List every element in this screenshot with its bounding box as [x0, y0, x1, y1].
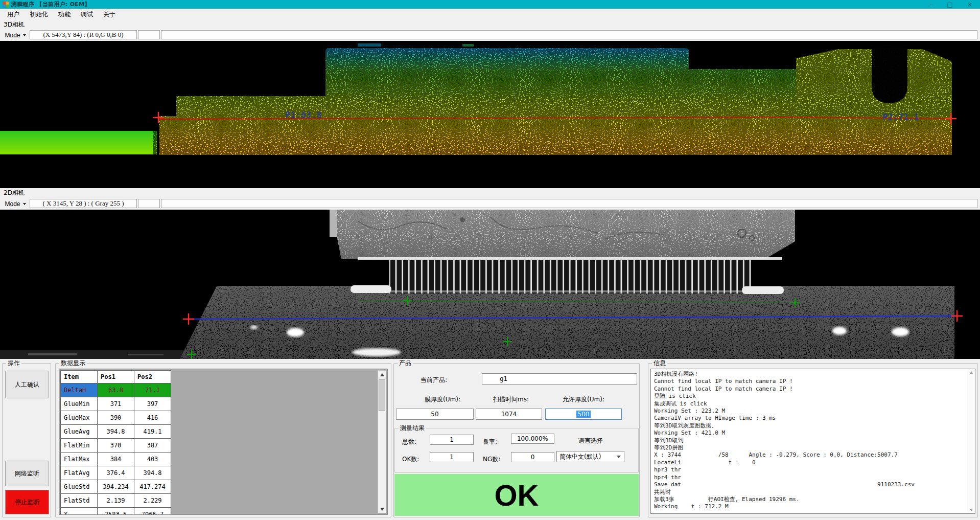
log-scrollbar[interactable]	[967, 369, 975, 513]
product-groupbox: 产品 当前产品: g1 膜厚度(Um): 扫描时间ms: 允许厚度(Um): 5…	[393, 363, 640, 517]
info-title: 信息	[652, 359, 667, 368]
table-cell[interactable]: 394.8	[98, 425, 134, 439]
ok-count-field[interactable]: 1	[430, 452, 474, 462]
yield-field[interactable]: 100.000%	[511, 434, 554, 444]
column-header[interactable]: Pos2	[134, 371, 171, 383]
connector-pins	[389, 260, 751, 293]
film-thickness-field[interactable]: 50	[396, 409, 474, 420]
scan-time-label: 扫描时间ms:	[481, 395, 541, 404]
mode-dropdown-2d[interactable]: Mode	[1, 199, 30, 209]
table-cell[interactable]: 419.1	[134, 425, 171, 439]
table-scrollbar[interactable]	[378, 370, 386, 513]
data-display-groupbox: 数据显示 ItemPos1Pos2DeltaH63.871.1GlueMin37…	[55, 363, 391, 517]
table-cell[interactable]: 394.234	[98, 480, 134, 494]
table-cell[interactable]: FlatAvg	[61, 466, 98, 480]
table-cell[interactable]: 416	[134, 411, 171, 425]
table-cell[interactable]: X	[61, 508, 98, 515]
language-value: 简体中文(默认)	[559, 453, 601, 461]
log-line: Working t : 712.2 M	[654, 503, 966, 510]
language-dropdown[interactable]: 简体中文(默认)	[556, 451, 624, 462]
p2-annotation: P2:71.1	[882, 112, 919, 122]
table-cell[interactable]: GlueAvg	[61, 425, 98, 439]
table-cell[interactable]: 7966.7	[134, 508, 171, 515]
p1-annotation: P1:63.8	[285, 110, 322, 120]
chevron-down-icon	[23, 203, 26, 205]
scan-time-field[interactable]: 1074	[476, 409, 542, 420]
network-listen-button[interactable]: 网络监听	[5, 461, 49, 486]
stop-listen-button[interactable]: 停止监听	[5, 490, 49, 514]
table-row: X2583.57966.7	[61, 508, 171, 515]
menu-item-关于[interactable]: 关于	[98, 9, 121, 20]
camera2d-toolbar: Mode ( X 3145, Y 28 ) : ( Gray 255 )	[0, 198, 980, 210]
table-row: DeltaH63.871.1	[61, 383, 171, 397]
scroll-up-icon[interactable]	[378, 371, 386, 378]
table-cell[interactable]: GlueStd	[61, 480, 98, 494]
close-icon[interactable]: ×	[967, 1, 972, 9]
table-cell[interactable]: GlueMax	[61, 411, 98, 425]
selected-text: 500	[576, 411, 591, 418]
table-cell[interactable]: 387	[134, 439, 171, 453]
camera2d-section-label: 2D相机	[0, 188, 980, 198]
window-title: 测膜程序 【当前用户: OEM】	[11, 1, 90, 8]
bottom-panel: 操作 人工确认 网络监听 停止监听 数据显示 ItemPos1Pos2Delta…	[0, 359, 980, 520]
language-select-label: 语言选择	[565, 437, 616, 445]
log-line: 3D相机没有网络!	[654, 371, 966, 378]
table-cell[interactable]: 370	[98, 439, 134, 453]
table-row: GlueStd394.234417.274	[61, 480, 171, 494]
ng-count-field[interactable]: 0	[511, 452, 554, 462]
column-header[interactable]: Item	[61, 371, 98, 383]
table-cell[interactable]: 403	[134, 453, 171, 466]
current-product-field[interactable]: g1	[482, 373, 637, 385]
table-cell[interactable]: FlatMin	[61, 439, 98, 453]
table-cell[interactable]: 2583.5	[98, 508, 134, 515]
table-cell[interactable]: 71.1	[134, 383, 171, 397]
mode-dropdown-3d[interactable]: Mode	[1, 30, 30, 40]
table-cell[interactable]: 384	[98, 453, 134, 466]
log-line: Cannot find local IP to match camera IP …	[654, 378, 966, 385]
table-cell[interactable]: DeltaH	[61, 383, 98, 397]
table-cell[interactable]: FlatStd	[61, 494, 98, 508]
log-area[interactable]: 3D相机没有网络!Cannot find local IP to match c…	[650, 369, 975, 514]
scroll-down-icon[interactable]	[967, 507, 975, 513]
log-line: Working Set : 223.2 M	[654, 408, 966, 415]
camera3d-toolbar: Mode (X 5473,Y 84) : (R 0,G 0,B 0)	[0, 30, 980, 41]
table-cell[interactable]: 417.274	[134, 480, 171, 494]
log-line: 等到3D取到灰度图数据。	[654, 422, 966, 429]
operation-groupbox: 操作 人工确认 网络监听 停止监听	[2, 363, 51, 517]
total-field[interactable]: 1	[430, 435, 474, 445]
camera3d-view[interactable]: P1:63.8 P2:71.1	[0, 41, 980, 188]
chevron-down-icon	[23, 34, 26, 36]
minimize-icon[interactable]: –	[930, 1, 933, 9]
total-label: 总数:	[402, 438, 416, 446]
operation-title: 操作	[6, 359, 21, 368]
glue-blob	[892, 327, 909, 336]
scrollbar-thumb[interactable]	[379, 379, 385, 411]
table-cell[interactable]: 371	[98, 397, 134, 411]
camera2d-view[interactable]	[0, 210, 980, 359]
table-cell[interactable]: 2.229	[134, 494, 171, 508]
table-cell[interactable]: 397	[134, 397, 171, 411]
menu-item-初始化[interactable]: 初始化	[25, 9, 53, 20]
menu-item-用户[interactable]: 用户	[2, 9, 25, 20]
table-cell[interactable]: 394.8	[134, 466, 171, 480]
scroll-up-icon[interactable]	[967, 369, 975, 376]
table-cell[interactable]: GlueMin	[61, 397, 98, 411]
scroll-down-icon[interactable]	[378, 505, 386, 513]
table-cell[interactable]: 376.4	[98, 466, 134, 480]
measurement-table: ItemPos1Pos2DeltaH63.871.1GlueMin371397G…	[60, 370, 171, 515]
table-cell[interactable]: 390	[98, 411, 134, 425]
film-thickness-label: 膜厚度(Um):	[412, 395, 473, 404]
table-cell[interactable]: 63.8	[98, 383, 134, 397]
log-line: 登陆 is click	[654, 393, 966, 400]
column-header[interactable]: Pos1	[98, 371, 134, 383]
allowed-thickness-field[interactable]: 500	[545, 409, 622, 420]
menubar: 用户初始化功能调试关于	[0, 9, 980, 20]
heightmap-3d-image: P1:63.8 P2:71.1	[0, 41, 980, 188]
manual-confirm-button[interactable]: 人工确认	[5, 371, 49, 398]
restore-icon[interactable]: □	[947, 1, 953, 9]
menu-item-功能[interactable]: 功能	[53, 9, 76, 20]
table-cell[interactable]: 2.139	[98, 494, 134, 508]
camera2d-toolbar-cell	[161, 199, 977, 208]
table-cell[interactable]: FlatMax	[61, 453, 98, 466]
menu-item-调试[interactable]: 调试	[76, 9, 98, 20]
